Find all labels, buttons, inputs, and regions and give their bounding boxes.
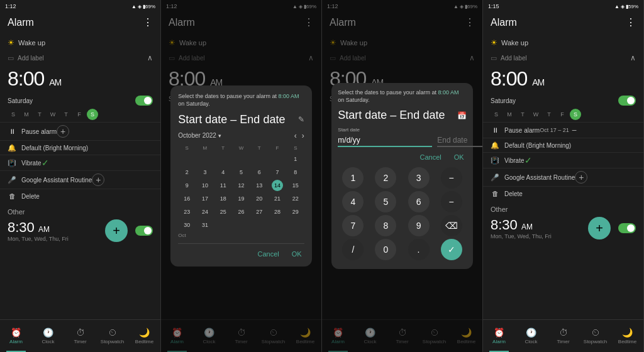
numpad-key-9[interactable]: 9 xyxy=(408,215,430,236)
dialog-overlay[interactable]: Select the dates to pause your alarm at … xyxy=(322,0,482,352)
cal-day-26[interactable]: 26 xyxy=(235,206,247,217)
cal-day-31[interactable]: 31 xyxy=(199,219,211,231)
numpad-key-✓[interactable]: ✓ xyxy=(441,239,462,260)
dialog-overlay[interactable]: Select the dates to pause your alarm at … xyxy=(161,0,321,352)
day-circle-S-0[interactable]: S xyxy=(8,109,19,120)
nav-item-timer[interactable]: ⏱ Timer xyxy=(64,320,96,352)
end-date-input[interactable] xyxy=(437,135,483,147)
cal-day-20[interactable]: 20 xyxy=(253,193,265,204)
add-label-text[interactable]: Add label xyxy=(18,55,44,62)
day-circle-W-3[interactable]: W xyxy=(530,109,541,120)
day-circle-F-5[interactable]: F xyxy=(557,109,568,120)
cal-day-2[interactable]: 2 xyxy=(181,167,192,178)
alarm-toggle[interactable] xyxy=(135,96,153,106)
cal-day-22[interactable]: 22 xyxy=(290,193,301,204)
nav-item-bedtime[interactable]: 🌙 Bedtime xyxy=(611,320,643,352)
cal-day-11[interactable]: 11 xyxy=(218,180,229,191)
numpad-key-0[interactable]: 0 xyxy=(375,239,396,260)
numpad-key-5[interactable]: 5 xyxy=(375,191,396,212)
cal-day-19[interactable]: 19 xyxy=(235,193,247,204)
add-label-text[interactable]: Add label xyxy=(501,55,527,62)
numpad-key-⌫[interactable]: ⌫ xyxy=(441,215,462,236)
cal-day-23[interactable]: 23 xyxy=(181,206,192,217)
cal-day-16[interactable]: 16 xyxy=(181,193,192,204)
numpad-key-7[interactable]: 7 xyxy=(342,215,364,236)
cal-day-9[interactable]: 9 xyxy=(181,180,192,191)
numpad-key-−[interactable]: − xyxy=(441,167,462,189)
cal-day-17[interactable]: 17 xyxy=(199,193,211,204)
day-circle-T-2[interactable]: T xyxy=(34,109,45,120)
add-alarm-fab[interactable]: + xyxy=(588,217,611,239)
edit-icon[interactable]: ✎ xyxy=(298,115,304,124)
calendar-month[interactable]: October 2022 ▾ xyxy=(178,132,221,139)
cal-day-7[interactable]: 7 xyxy=(272,167,283,178)
nav-item-alarm[interactable]: ⏰ Alarm xyxy=(0,320,32,352)
nav-item-stopwatch[interactable]: ⏲ Stopwatch xyxy=(96,320,128,352)
prev-month-arrow[interactable]: ‹ xyxy=(294,131,297,140)
cal-day-18[interactable]: 18 xyxy=(218,193,229,204)
numpad-key-8[interactable]: 8 xyxy=(375,215,396,236)
add-alarm-fab[interactable]: + xyxy=(105,219,128,242)
nav-item-alarm[interactable]: ⏰ Alarm xyxy=(483,320,515,352)
cal-day-4[interactable]: 4 xyxy=(218,167,229,178)
other-alarm-time[interactable]: 8:30 AM xyxy=(8,219,69,236)
other-alarm-toggle[interactable] xyxy=(135,226,153,236)
cal-day-25[interactable]: 25 xyxy=(218,206,229,217)
add-btn[interactable]: + xyxy=(57,125,69,138)
ok-button[interactable]: OK xyxy=(452,152,467,162)
cal-day-1[interactable]: 1 xyxy=(290,153,301,165)
numpad-key-1[interactable]: 1 xyxy=(342,167,364,189)
add-btn[interactable]: + xyxy=(92,173,104,186)
numpad-key-.[interactable]: . xyxy=(408,239,430,260)
cal-day-8[interactable]: 8 xyxy=(290,167,301,178)
next-month-arrow[interactable]: › xyxy=(302,131,304,140)
day-circle-F-5[interactable]: F xyxy=(74,109,85,120)
cal-day-3[interactable]: 3 xyxy=(199,167,211,178)
expand-icon[interactable]: ∧ xyxy=(630,53,636,62)
menu-button[interactable]: ⋮ xyxy=(143,16,153,28)
cal-day-21[interactable]: 21 xyxy=(272,193,283,204)
day-circle-T-2[interactable]: T xyxy=(517,109,528,120)
cal-day-10[interactable]: 10 xyxy=(199,180,211,191)
cancel-button[interactable]: Cancel xyxy=(418,152,444,162)
other-alarm-time[interactable]: 8:30 AM xyxy=(491,217,552,233)
alarm-toggle[interactable] xyxy=(618,96,636,106)
start-date-input[interactable] xyxy=(338,135,432,147)
cal-day-12[interactable]: 12 xyxy=(235,180,247,191)
cal-day-5[interactable]: 5 xyxy=(235,167,247,178)
nav-item-stopwatch[interactable]: ⏲ Stopwatch xyxy=(579,320,611,352)
day-circle-M-1[interactable]: M xyxy=(504,109,515,120)
nav-item-timer[interactable]: ⏱ Timer xyxy=(547,320,579,352)
cal-day-6[interactable]: 6 xyxy=(253,167,265,178)
month-dropdown-icon[interactable]: ▾ xyxy=(218,133,221,139)
cal-day-27[interactable]: 27 xyxy=(253,206,265,217)
cancel-button[interactable]: Cancel xyxy=(255,249,282,259)
day-circle-S-6[interactable]: S xyxy=(87,109,98,120)
day-circle-S-6[interactable]: S xyxy=(570,109,581,120)
cal-day-24[interactable]: 24 xyxy=(199,206,211,217)
numpad-key-/[interactable]: / xyxy=(342,239,364,260)
cal-day-29[interactable]: 29 xyxy=(290,206,301,217)
numpad-key-−[interactable]: − xyxy=(441,191,462,212)
day-circle-T-4[interactable]: T xyxy=(60,109,72,120)
nav-item-clock[interactable]: 🕐 Clock xyxy=(32,320,64,352)
day-circle-W-3[interactable]: W xyxy=(47,109,58,120)
numpad-key-2[interactable]: 2 xyxy=(375,167,396,189)
cal-day-30[interactable]: 30 xyxy=(181,219,192,231)
day-circle-T-4[interactable]: T xyxy=(543,109,555,120)
alarm-time[interactable]: 8:00 AM xyxy=(491,67,544,91)
day-circle-S-0[interactable]: S xyxy=(491,109,502,120)
numpad-key-6[interactable]: 6 xyxy=(408,191,430,212)
calendar-icon[interactable]: 📅 xyxy=(457,111,467,120)
expand-icon[interactable]: ∧ xyxy=(147,53,153,62)
add-btn[interactable]: + xyxy=(575,171,587,184)
numpad-key-4[interactable]: 4 xyxy=(342,191,364,212)
cal-day-15[interactable]: 15 xyxy=(290,180,301,191)
other-alarm-toggle[interactable] xyxy=(618,223,636,233)
cal-day-13[interactable]: 13 xyxy=(253,180,265,191)
alarm-time[interactable]: 8:00 AM xyxy=(8,67,61,91)
menu-button[interactable]: ⋮ xyxy=(626,16,636,28)
nav-item-bedtime[interactable]: 🌙 Bedtime xyxy=(128,320,160,352)
day-circle-M-1[interactable]: M xyxy=(21,109,32,120)
ok-button[interactable]: OK xyxy=(289,249,304,259)
